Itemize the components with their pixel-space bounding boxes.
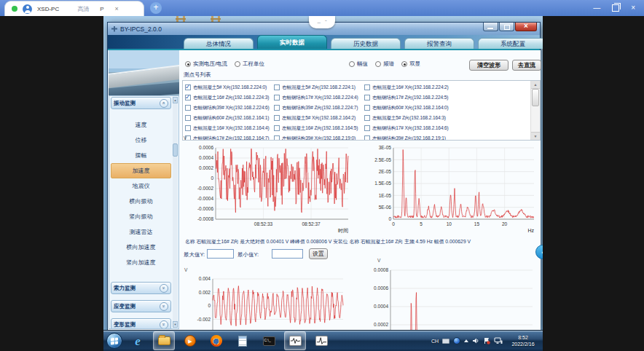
point-checkbox-item[interactable]: 左幅钢结构39# Z向(192.168.2.19:1): [364, 133, 530, 141]
app-tab-5[interactable]: 系统配置: [478, 38, 543, 49]
checkbox-icon[interactable]: [274, 135, 280, 141]
sidebar-item-摆幅[interactable]: 摆幅: [111, 148, 171, 163]
remote-session-tab[interactable]: XSD-PC 高清 P ×: [4, 1, 144, 16]
checkbox-icon[interactable]: [185, 115, 191, 121]
firefox-icon[interactable]: [205, 331, 227, 350]
keyboard-icon[interactable]: [442, 339, 449, 344]
command-prompt-icon[interactable]: [258, 331, 280, 350]
point-checkbox-item[interactable]: 右幅混凝土5# Z向(192.168.2.224:1): [274, 82, 364, 92]
sidebar-item-竖向振动[interactable]: 竖向振动: [111, 209, 171, 224]
point-checkbox-item[interactable]: 左幅钢结构17# X向(192.168.2.164:6): [364, 123, 530, 133]
app-tab-3[interactable]: 历史数据: [331, 38, 401, 49]
set-button[interactable]: 设置: [309, 248, 328, 259]
tab-close-icon[interactable]: ×: [115, 5, 119, 12]
point-checkbox-item[interactable]: 右幅钢结构60# X向(192.168.2.164:0): [364, 103, 530, 113]
point-checkbox-item[interactable]: 右幅钢结构39# X向(192.168.2.224:6): [185, 103, 274, 113]
point-checkbox-item[interactable]: 右幅钢结构60# Z向(192.168.2.164:1): [185, 113, 274, 123]
show-hidden-icons[interactable]: [464, 339, 468, 342]
scroll-up-icon[interactable]: ▲: [531, 81, 540, 89]
sidebar-item-横向加速度[interactable]: 横向加速度: [111, 240, 171, 255]
waveform-app-2-icon[interactable]: [310, 331, 332, 350]
checkbox-icon[interactable]: [274, 95, 280, 100]
point-checkbox-item[interactable]: 右幅混凝土16# X向(192.168.2.224:2): [364, 82, 530, 92]
app-minimize-button[interactable]: [483, 23, 498, 31]
point-checkbox-item[interactable]: 左幅混凝土16# X向(192.168.2.164:4): [185, 123, 274, 133]
checkbox-icon[interactable]: [274, 84, 280, 90]
scroll-down-icon[interactable]: ▼: [173, 321, 178, 328]
display-radio-3[interactable]: 双显: [401, 60, 420, 68]
network-icon[interactable]: [494, 337, 503, 344]
sidebar-item-位移[interactable]: 位移: [111, 133, 171, 148]
point-checkbox-item[interactable]: 左幅钢结构17# Z向(192.168.2.164:7): [185, 133, 274, 141]
sidebar-item-竖向加速度[interactable]: 竖向加速度: [111, 255, 171, 270]
checkbox-icon[interactable]: [364, 115, 370, 121]
checkbox-checked-icon[interactable]: [185, 84, 191, 90]
checkbox-icon[interactable]: [274, 115, 280, 121]
tray-app-icon[interactable]: [453, 337, 460, 344]
speaker-icon[interactable]: [472, 337, 479, 344]
sidebar-item-横向振动[interactable]: 横向振动: [111, 194, 171, 209]
file-explorer-icon[interactable]: [153, 331, 175, 350]
scrollbar-thumb[interactable]: [532, 89, 539, 106]
scroll-up-icon[interactable]: ▲: [173, 97, 178, 103]
client-minimize-button[interactable]: —: [593, 2, 600, 14]
waveform-app-1-icon[interactable]: [284, 331, 306, 350]
notepad-icon[interactable]: [232, 331, 254, 350]
expand-icon[interactable]: »: [160, 302, 168, 311]
min-y-input[interactable]: [272, 249, 303, 259]
point-checkbox-item[interactable]: 右幅混凝土5# X向(192.168.2.224:0): [185, 82, 274, 92]
sidebar-section-collapsed[interactable]: 索力监测»: [111, 282, 171, 294]
sidebar-item-测速雷达[interactable]: 测速雷达: [111, 224, 171, 240]
tab-letter[interactable]: P: [100, 6, 103, 12]
app-tab-2[interactable]: 实时数据: [257, 35, 327, 49]
display-radio-2[interactable]: 频谱: [375, 60, 394, 68]
point-checkbox-item[interactable]: 左幅混凝土5# X向(192.168.2.164:2): [274, 113, 364, 123]
point-checkbox-item[interactable]: 右幅钢结构17# Z向(192.168.2.224:5): [364, 92, 530, 103]
checkbox-icon[interactable]: [274, 105, 280, 111]
point-checkbox-item[interactable]: 左幅混凝土5# Z向(192.168.2.164:3): [364, 113, 530, 123]
quality-badge[interactable]: 高清: [77, 5, 89, 13]
internet-explorer-icon[interactable]: [127, 331, 149, 350]
checkbox-checked-icon[interactable]: [185, 95, 191, 100]
client-close-button[interactable]: ×: [631, 2, 635, 14]
sidebar-section-collapsed[interactable]: 应变监测»: [111, 300, 171, 312]
sidebar-item-速度[interactable]: 速度: [111, 117, 171, 133]
checkbox-icon[interactable]: [364, 105, 370, 111]
action-center-flag-icon[interactable]: [483, 337, 490, 344]
checkbox-icon[interactable]: [364, 84, 370, 90]
expand-icon[interactable]: »: [160, 284, 168, 293]
remove-dc-button[interactable]: 去直流: [512, 60, 541, 71]
app-close-button[interactable]: [515, 23, 537, 31]
checkbox-icon[interactable]: [364, 125, 370, 131]
app-tab-1[interactable]: 总体情况: [184, 38, 254, 49]
point-checkbox-item[interactable]: 左幅混凝土16# Z向(192.168.2.164:5): [274, 123, 364, 133]
sidebar-item-加速度[interactable]: 加速度: [111, 163, 171, 178]
new-tab-button[interactable]: +: [150, 2, 162, 14]
unit-radio-2[interactable]: 工程单位: [235, 60, 264, 68]
point-list-scrollbar[interactable]: ▲ ▼: [530, 81, 540, 140]
app-maximize-button[interactable]: [499, 23, 514, 31]
scroll-down-icon[interactable]: ▼: [531, 132, 540, 140]
clear-waveform-button[interactable]: 清空波形: [469, 60, 508, 71]
max-y-input[interactable]: [207, 249, 234, 259]
checkbox-icon[interactable]: [364, 95, 370, 100]
point-checkbox-item[interactable]: 右幅钢结构17# X向(192.168.2.224:4): [274, 92, 364, 103]
taskbar-clock[interactable]: 8:52 2022/2/16: [506, 334, 540, 348]
sidebar-section-expanded[interactable]: 振动监测»: [111, 97, 171, 109]
app-tab-4[interactable]: 报警查询: [404, 38, 474, 49]
point-checkbox-item[interactable]: 左幅钢结构39# X向(192.168.2.19:0): [274, 133, 364, 141]
checkbox-icon[interactable]: [364, 135, 370, 141]
client-restore-button[interactable]: [612, 4, 619, 12]
scrollbar-thumb[interactable]: [173, 143, 178, 157]
point-checkbox-item[interactable]: 右幅钢结构39# Z向(192.168.2.224:7): [274, 103, 364, 113]
expand-icon[interactable]: »: [160, 320, 168, 329]
checkbox-icon[interactable]: [274, 125, 280, 131]
session-toolbar-pill[interactable]: –ˇ: [309, 16, 335, 28]
collapse-icon[interactable]: »: [160, 99, 168, 108]
unit-radio-1[interactable]: 实测电压/电流: [185, 60, 227, 68]
start-button[interactable]: [106, 333, 122, 349]
media-player-icon[interactable]: [179, 331, 201, 350]
checkbox-icon[interactable]: [185, 125, 191, 131]
sidebar-scrollbar[interactable]: ▲ ▼: [173, 97, 178, 328]
checkbox-icon[interactable]: [185, 105, 191, 111]
